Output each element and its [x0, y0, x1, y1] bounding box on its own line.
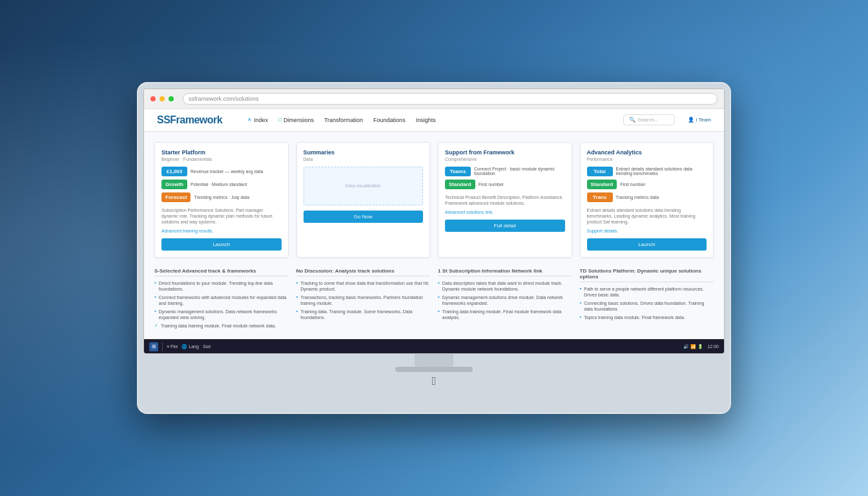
bottom-section-3-items: Data description takes that data want to… [438, 280, 572, 321]
nav-label-insights: Insights [416, 117, 436, 123]
card-2-subtitle: Data [304, 157, 424, 161]
list-item: Connecting basic solutions. Drives data … [580, 300, 714, 312]
metric-row-4-1: Total Extract details standard solutions… [587, 167, 707, 176]
bottom-section-1: S-Selected Advanced track & frameworks D… [154, 268, 289, 329]
nav-bar: SSFramework ✕ Index □ Dimensions Transfo… [144, 109, 724, 132]
apple-logo:  [143, 375, 725, 388]
metric-badge-standard-4: Standard [587, 180, 617, 189]
metric-row-4-2: Standard First number [587, 180, 707, 189]
metric-row-3-2: Standard First number [445, 180, 565, 189]
monitor-frame: ssframework.com/solutions SSFramework ✕ … [137, 82, 731, 415]
taskbar-label-2: Lang [189, 344, 199, 349]
user-icon: 👤 [688, 117, 694, 123]
dimensions-icon: □ [278, 117, 282, 123]
card-1-desc: Subscription Performance Solutions. Part… [161, 207, 282, 225]
bottom-section-4: TD Solutions Platform: Dynamic unique so… [580, 268, 714, 329]
nav-item-insights[interactable]: Insights [416, 117, 436, 123]
nav-label-index: Index [254, 117, 268, 123]
sys-icon-3: 🔋 [698, 344, 703, 349]
bottom-section-2: No Discussion: Analysis track solutions … [296, 268, 431, 329]
card-1-metrics: £1,003 Revenue tracker — weekly avg data… [161, 167, 282, 202]
start-button[interactable]: ⊞ [149, 342, 158, 351]
card-4-title: Advanced Analytics [587, 149, 707, 156]
metric-label-total: Extract details standard solutions data … [616, 167, 707, 176]
metric-label-growth: Potential · Medium standard [191, 182, 247, 187]
card-2-button[interactable]: Go Now [304, 211, 424, 223]
nav-logo: SSFramework [157, 114, 234, 126]
card-3-metrics: Teams Connect Project · basic module dyn… [445, 167, 565, 189]
metric-label-teams: Connect Project · basic module dynamic f… [474, 167, 565, 176]
card-support: Support from Framework Comprehensive Tea… [438, 142, 572, 258]
taskbar-item-1[interactable]: ≡ File [167, 344, 178, 349]
card-4-subtitle: Performance [587, 157, 707, 161]
metric-label-forecast: Trending metrics · July data [194, 195, 249, 200]
taskbar-icon-browser: 🌐 [181, 344, 187, 349]
card-1-subtitle: Beginner · Fundamentals [161, 157, 282, 161]
metric-row-3: Forecast Trending metrics · July data [161, 192, 282, 202]
metric-row-2: Growth Potential · Medium standard [161, 180, 282, 189]
card-analytics: Advanced Analytics Performance Total Ext… [580, 142, 714, 258]
metric-label-revenue: Revenue tracker — weekly avg data [191, 169, 263, 174]
metric-row-4-3: Trans Tracking metrics data [587, 192, 707, 202]
nav-label-dimensions: Dimensions [284, 117, 314, 123]
list-item: Training data training module. Final mod… [438, 309, 572, 320]
card-3-title: Support from Framework [445, 149, 565, 156]
bottom-section-1-items: Direct foundations to your module. Trend… [154, 280, 289, 329]
metric-badge-growth: Growth [161, 180, 187, 189]
card-4-button[interactable]: Launch [587, 238, 707, 251]
list-item: Tracking to some that show data that tra… [296, 280, 431, 292]
close-dot[interactable] [150, 96, 156, 101]
card-3-desc: Technical Product Benefit Description, P… [445, 194, 565, 206]
nav-item-dimensions[interactable]: □ Dimensions [278, 117, 314, 123]
taskbar-item-sys: 🔊 📶 🔋 [683, 344, 703, 349]
nav-item-transformation[interactable]: Transformation [324, 117, 363, 123]
maximize-dot[interactable] [169, 96, 174, 101]
nav-user[interactable]: 👤 i Team [688, 117, 711, 123]
nav-search[interactable]: 🔍 Search... [623, 114, 675, 125]
monitor-base [395, 367, 473, 372]
list-item: Training data. Training module. Some fra… [296, 309, 431, 320]
taskbar-label-3: Ssd [203, 344, 211, 349]
nav-user-label: i Team [696, 117, 711, 123]
metric-label-standard-3: First number [479, 182, 504, 187]
bottom-section-4-items: Path to serve a people network different… [580, 286, 714, 321]
card-3-button[interactable]: Full detail [445, 220, 565, 232]
cards-grid: Starter Platform Beginner · Fundamentals… [154, 142, 714, 258]
address-bar[interactable]: ssframework.com/solutions [183, 93, 718, 105]
browser-chrome: ssframework.com/solutions [144, 89, 724, 109]
metric-label-trans: Tracking metrics data [616, 195, 659, 200]
x-icon: ✕ [247, 117, 252, 123]
bottom-section-3-title: 1 St Subscription Information Network li… [438, 268, 572, 276]
list-item: Transactions, tracking basic frameworks.… [296, 294, 431, 306]
nav-label-foundations: Foundations [373, 117, 406, 123]
sys-icon-1: 🔊 [683, 344, 689, 349]
taskbar-item-3[interactable]: Ssd [203, 344, 211, 349]
metric-row-3-1: Teams Connect Project · basic module dyn… [445, 167, 565, 176]
list-item: Connect frameworks with advanced modules… [154, 294, 289, 306]
nav-items: ✕ Index □ Dimensions Transformation Foun… [247, 117, 610, 123]
nav-item-index[interactable]: ✕ Index [247, 117, 268, 123]
list-item: Dynamic management solutions drive modul… [438, 294, 572, 306]
list-item: Dynamic management solutions. Data netwo… [154, 309, 289, 320]
list-item: Data description takes that data want to… [438, 280, 572, 292]
card-4-link[interactable]: Support details. [587, 229, 707, 233]
card-3-subtitle: Comprehensive [445, 157, 565, 161]
metric-badge-revenue: £1,003 [161, 167, 187, 176]
minimize-dot[interactable] [160, 96, 165, 101]
sys-icon-2: 📶 [690, 344, 696, 349]
monitor-stand [415, 354, 453, 367]
card-2-placeholder-text: Data visualization [346, 183, 381, 188]
bottom-sections: S-Selected Advanced track & frameworks D… [154, 268, 714, 329]
card-summaries: Summaries Data Data visualization Go Now [296, 142, 431, 258]
card-3-link[interactable]: Advanced solutions link. [445, 210, 565, 214]
card-1-button[interactable]: Launch [161, 238, 282, 251]
list-item: Training data training module. Final mod… [154, 323, 289, 329]
taskbar-item-2[interactable]: 🌐 Lang [181, 344, 199, 349]
card-4-metrics: Total Extract details standard solutions… [587, 167, 707, 202]
list-item: Path to serve a people network different… [580, 286, 714, 298]
bottom-section-3: 1 St Subscription Information Network li… [438, 268, 572, 329]
taskbar: ⊞ ≡ File 🌐 Lang Ssd 🔊 📶 🔋 12:00 [144, 339, 724, 353]
card-1-link[interactable]: Advanced training results. [161, 229, 282, 233]
taskbar-label-1: ≡ File [167, 344, 178, 349]
nav-item-foundations[interactable]: Foundations [373, 117, 406, 123]
